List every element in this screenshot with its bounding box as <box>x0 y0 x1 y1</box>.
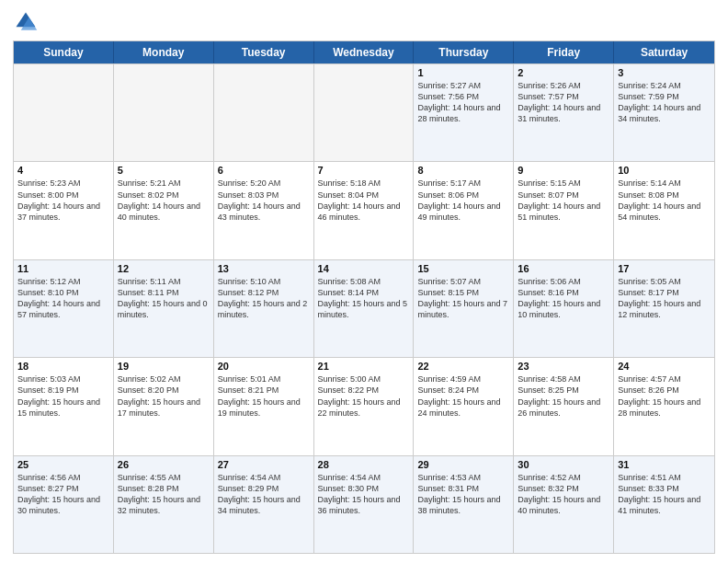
day-number: 25 <box>17 459 109 470</box>
day-info: Sunrise: 5:00 AM Sunset: 8:22 PM Dayligh… <box>318 373 410 419</box>
day-number: 19 <box>118 361 210 372</box>
day-cell-3: 3Sunrise: 5:24 AM Sunset: 7:59 PM Daylig… <box>614 64 714 161</box>
header <box>13 9 715 35</box>
day-number: 26 <box>118 459 210 470</box>
day-number: 9 <box>518 165 609 176</box>
day-cell-9: 9Sunrise: 5:15 AM Sunset: 8:07 PM Daylig… <box>514 162 614 259</box>
day-info: Sunrise: 4:52 AM Sunset: 8:32 PM Dayligh… <box>518 472 609 517</box>
day-info: Sunrise: 5:27 AM Sunset: 7:56 PM Dayligh… <box>417 80 509 125</box>
logo-icon <box>13 9 39 35</box>
day-number: 17 <box>618 263 711 274</box>
calendar-body: 1Sunrise: 5:27 AM Sunset: 7:56 PM Daylig… <box>14 63 714 553</box>
day-cell-11: 11Sunrise: 5:12 AM Sunset: 8:10 PM Dayli… <box>14 260 114 357</box>
day-info: Sunrise: 5:21 AM Sunset: 8:02 PM Dayligh… <box>118 178 210 223</box>
day-cell-24: 24Sunrise: 4:57 AM Sunset: 8:26 PM Dayli… <box>614 358 714 454</box>
empty-cell <box>14 64 114 161</box>
day-cell-17: 17Sunrise: 5:05 AM Sunset: 8:17 PM Dayli… <box>614 260 714 357</box>
day-cell-25: 25Sunrise: 4:56 AM Sunset: 8:27 PM Dayli… <box>14 456 114 553</box>
calendar-row-0: 1Sunrise: 5:27 AM Sunset: 7:56 PM Daylig… <box>14 63 714 161</box>
day-number: 4 <box>17 165 109 176</box>
day-info: Sunrise: 5:12 AM Sunset: 8:10 PM Dayligh… <box>17 276 109 321</box>
day-info: Sunrise: 5:01 AM Sunset: 8:21 PM Dayligh… <box>218 373 310 419</box>
day-info: Sunrise: 4:57 AM Sunset: 8:26 PM Dayligh… <box>618 373 711 419</box>
day-info: Sunrise: 5:02 AM Sunset: 8:20 PM Dayligh… <box>118 373 210 419</box>
day-cell-12: 12Sunrise: 5:11 AM Sunset: 8:11 PM Dayli… <box>114 260 214 357</box>
header-day-monday: Monday <box>114 41 214 63</box>
day-cell-2: 2Sunrise: 5:26 AM Sunset: 7:57 PM Daylig… <box>514 64 614 161</box>
header-day-friday: Friday <box>514 41 614 63</box>
day-cell-23: 23Sunrise: 4:58 AM Sunset: 8:25 PM Dayli… <box>514 358 614 454</box>
day-cell-19: 19Sunrise: 5:02 AM Sunset: 8:20 PM Dayli… <box>114 358 214 454</box>
day-number: 23 <box>518 361 609 372</box>
day-number: 30 <box>518 459 609 470</box>
day-info: Sunrise: 5:14 AM Sunset: 8:08 PM Dayligh… <box>618 178 711 223</box>
calendar-row-3: 18Sunrise: 5:03 AM Sunset: 8:19 PM Dayli… <box>14 357 714 454</box>
day-number: 12 <box>118 263 210 274</box>
day-number: 27 <box>218 459 310 470</box>
day-number: 20 <box>218 361 310 372</box>
day-number: 24 <box>618 361 711 372</box>
page: SundayMondayTuesdayWednesdayThursdayFrid… <box>0 0 728 563</box>
day-info: Sunrise: 4:54 AM Sunset: 8:30 PM Dayligh… <box>318 472 410 517</box>
logo <box>13 9 42 35</box>
day-cell-7: 7Sunrise: 5:18 AM Sunset: 8:04 PM Daylig… <box>314 162 415 259</box>
day-info: Sunrise: 4:55 AM Sunset: 8:28 PM Dayligh… <box>118 472 210 517</box>
day-number: 2 <box>518 67 609 78</box>
day-cell-27: 27Sunrise: 4:54 AM Sunset: 8:29 PM Dayli… <box>214 456 314 553</box>
day-cell-13: 13Sunrise: 5:10 AM Sunset: 8:12 PM Dayli… <box>214 260 314 357</box>
day-info: Sunrise: 5:03 AM Sunset: 8:19 PM Dayligh… <box>17 373 109 419</box>
day-cell-26: 26Sunrise: 4:55 AM Sunset: 8:28 PM Dayli… <box>114 456 214 553</box>
day-cell-16: 16Sunrise: 5:06 AM Sunset: 8:16 PM Dayli… <box>514 260 614 357</box>
day-number: 10 <box>618 165 711 176</box>
day-number: 1 <box>417 67 509 78</box>
day-number: 7 <box>318 165 410 176</box>
day-number: 16 <box>518 263 609 274</box>
day-info: Sunrise: 5:15 AM Sunset: 8:07 PM Dayligh… <box>518 178 609 223</box>
header-day-saturday: Saturday <box>614 41 714 63</box>
day-info: Sunrise: 5:11 AM Sunset: 8:11 PM Dayligh… <box>118 276 210 321</box>
day-number: 5 <box>118 165 210 176</box>
day-info: Sunrise: 4:53 AM Sunset: 8:31 PM Dayligh… <box>417 472 509 517</box>
day-cell-20: 20Sunrise: 5:01 AM Sunset: 8:21 PM Dayli… <box>214 358 314 454</box>
day-info: Sunrise: 4:54 AM Sunset: 8:29 PM Dayligh… <box>218 472 310 517</box>
day-info: Sunrise: 5:18 AM Sunset: 8:04 PM Dayligh… <box>318 178 410 223</box>
day-cell-15: 15Sunrise: 5:07 AM Sunset: 8:15 PM Dayli… <box>414 260 514 357</box>
day-cell-21: 21Sunrise: 5:00 AM Sunset: 8:22 PM Dayli… <box>314 358 415 454</box>
day-info: Sunrise: 5:07 AM Sunset: 8:15 PM Dayligh… <box>417 276 509 321</box>
day-number: 15 <box>417 263 509 274</box>
day-number: 14 <box>318 263 410 274</box>
day-number: 29 <box>417 459 509 470</box>
day-cell-14: 14Sunrise: 5:08 AM Sunset: 8:14 PM Dayli… <box>314 260 415 357</box>
day-info: Sunrise: 5:20 AM Sunset: 8:03 PM Dayligh… <box>218 178 310 223</box>
day-info: Sunrise: 5:08 AM Sunset: 8:14 PM Dayligh… <box>318 276 410 321</box>
calendar-header: SundayMondayTuesdayWednesdayThursdayFrid… <box>14 41 714 63</box>
day-cell-28: 28Sunrise: 4:54 AM Sunset: 8:30 PM Dayli… <box>314 456 415 553</box>
day-number: 11 <box>17 263 109 274</box>
day-info: Sunrise: 4:51 AM Sunset: 8:33 PM Dayligh… <box>618 472 711 517</box>
day-cell-22: 22Sunrise: 4:59 AM Sunset: 8:24 PM Dayli… <box>414 358 514 454</box>
day-cell-31: 31Sunrise: 4:51 AM Sunset: 8:33 PM Dayli… <box>614 456 714 553</box>
empty-cell <box>314 64 415 161</box>
day-number: 21 <box>318 361 410 372</box>
day-info: Sunrise: 4:58 AM Sunset: 8:25 PM Dayligh… <box>518 373 609 419</box>
day-cell-8: 8Sunrise: 5:17 AM Sunset: 8:06 PM Daylig… <box>414 162 514 259</box>
day-info: Sunrise: 5:05 AM Sunset: 8:17 PM Dayligh… <box>618 276 711 321</box>
day-info: Sunrise: 5:17 AM Sunset: 8:06 PM Dayligh… <box>417 178 509 223</box>
empty-cell <box>214 64 314 161</box>
day-info: Sunrise: 5:24 AM Sunset: 7:59 PM Dayligh… <box>618 80 711 125</box>
header-day-tuesday: Tuesday <box>214 41 314 63</box>
day-cell-6: 6Sunrise: 5:20 AM Sunset: 8:03 PM Daylig… <box>214 162 314 259</box>
day-info: Sunrise: 4:59 AM Sunset: 8:24 PM Dayligh… <box>417 373 509 419</box>
calendar: SundayMondayTuesdayWednesdayThursdayFrid… <box>13 40 715 554</box>
day-cell-4: 4Sunrise: 5:23 AM Sunset: 8:00 PM Daylig… <box>14 162 114 259</box>
calendar-row-1: 4Sunrise: 5:23 AM Sunset: 8:00 PM Daylig… <box>14 161 714 259</box>
day-number: 18 <box>17 361 109 372</box>
header-day-thursday: Thursday <box>414 41 514 63</box>
day-cell-30: 30Sunrise: 4:52 AM Sunset: 8:32 PM Dayli… <box>514 456 614 553</box>
day-number: 31 <box>618 459 711 470</box>
calendar-row-4: 25Sunrise: 4:56 AM Sunset: 8:27 PM Dayli… <box>14 455 714 553</box>
day-info: Sunrise: 5:23 AM Sunset: 8:00 PM Dayligh… <box>17 178 109 223</box>
day-info: Sunrise: 5:26 AM Sunset: 7:57 PM Dayligh… <box>518 80 609 125</box>
day-number: 13 <box>218 263 310 274</box>
day-number: 8 <box>417 165 509 176</box>
